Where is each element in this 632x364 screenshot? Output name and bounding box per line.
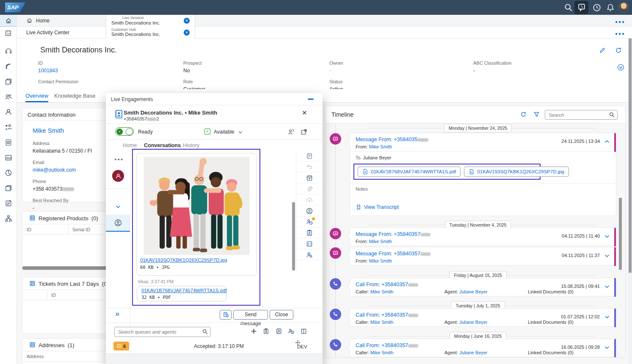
notifications-icon[interactable] <box>606 3 615 12</box>
person-link[interactable]: Mike Smith <box>369 144 392 149</box>
alert-badge[interactable]: 6 <box>113 342 129 350</box>
attachment-pdf-chip[interactable]: 01KAV1B768VJAF74574WRTTA1S.pdf <box>358 167 461 177</box>
dialog-tab-conversations[interactable]: Conversations <box>144 142 181 148</box>
timeline-search-input[interactable] <box>545 110 618 120</box>
tab-overview[interactable]: Overview <box>25 93 48 102</box>
notes-action[interactable] <box>296 151 323 161</box>
chevron-down-icon[interactable] <box>604 345 610 350</box>
refresh-icon[interactable] <box>615 47 622 54</box>
rail-feed-icon[interactable] <box>5 63 12 70</box>
person-search-action[interactable] <box>296 249 323 260</box>
calendar-add-action[interactable] <box>296 172 323 183</box>
pdf-attachment-link[interactable]: 01KAV1B768VJAF74574WRTTA1S.pdf <box>141 288 226 293</box>
entry-title-link[interactable]: Message From: +35840357 <box>356 251 431 257</box>
expand-header-icon[interactable] <box>617 64 624 71</box>
close-icon[interactable]: ✕ <box>184 30 190 36</box>
person-link[interactable]: Mike Smith <box>370 320 393 325</box>
person-link[interactable]: Mike Smith <box>369 258 392 263</box>
rail-pie-icon[interactable] <box>5 169 12 177</box>
person-link[interactable]: Mike Smith <box>370 289 393 294</box>
id-link[interactable]: 1001843 <box>38 68 58 74</box>
history-icon[interactable] <box>593 3 601 12</box>
tab-customer-hub[interactable]: Customer Hub Smith Decorations Inc. ✕ <box>106 27 195 38</box>
timeline-entry-call[interactable]: Call From: +35840357 Caller: Mike Smith … <box>350 278 616 296</box>
conversation-avatar[interactable] <box>112 170 124 182</box>
person-link[interactable]: Mike Smith <box>370 350 393 355</box>
timeline-entry-call[interactable]: Call From: +35840357 Caller: Mike Smith … <box>350 339 616 357</box>
chevron-down-icon[interactable] <box>604 284 610 290</box>
edit-icon[interactable] <box>599 47 606 54</box>
tab-live-session[interactable]: Live Session Smith Decorations Inc. ✕ <box>106 15 195 27</box>
chevron-down-icon[interactable] <box>115 204 121 210</box>
person-link[interactable]: Juliane Beyer <box>459 320 488 325</box>
timeline-entry-call[interactable]: Call From: +35840357 Caller: Mike Smith … <box>350 308 616 327</box>
person-link[interactable]: Juliane Beyer <box>459 289 488 294</box>
clipboard-person-action[interactable] <box>296 227 323 238</box>
chevron-up-icon[interactable] <box>604 139 610 145</box>
attach-action[interactable] <box>296 183 323 194</box>
add-icon[interactable] <box>250 328 257 335</box>
rail-target-doc-icon[interactable] <box>5 139 12 146</box>
person-link[interactable]: Juliane Beyer <box>459 350 488 355</box>
rail-form-icon[interactable] <box>5 200 12 207</box>
person-history-action[interactable] <box>296 216 323 227</box>
rail-org-icon[interactable] <box>5 215 12 222</box>
live-activity-button[interactable] <box>574 1 588 14</box>
rail-person-icon[interactable] <box>5 108 12 116</box>
timeline-scrollbar[interactable] <box>618 123 622 357</box>
person-clock-icon[interactable] <box>288 328 294 334</box>
refresh-icon[interactable] <box>520 111 527 118</box>
rail-copy-icon[interactable] <box>5 184 12 192</box>
entry-title-link[interactable]: Message From: +3584035 <box>356 137 428 142</box>
chevron-down-icon[interactable] <box>604 314 610 320</box>
agent-list-icon[interactable] <box>288 129 295 135</box>
timeline-entry-message[interactable]: Message From: +35840357 From: Mike Smith… <box>350 227 616 246</box>
avatar[interactable] <box>618 2 629 13</box>
image-attachment-link[interactable]: 01KAV193SQ7KBK1Q26XC29SP7D.jpg <box>140 257 227 263</box>
expand-strip-icon[interactable]: » <box>115 309 119 318</box>
search-icon[interactable] <box>202 329 208 334</box>
overflow-icon[interactable]: ●●● <box>114 157 124 161</box>
search-icon[interactable] <box>564 3 573 12</box>
overflow-icon[interactable]: ●●● <box>615 31 625 36</box>
person-link[interactable]: Mike Smith <box>369 239 392 244</box>
send-message-button[interactable]: Send message <box>233 310 268 320</box>
search-icon[interactable] <box>609 112 615 118</box>
rail-home[interactable] <box>0 15 17 27</box>
group-photo-attachment[interactable] <box>140 157 253 255</box>
checklist-action[interactable] <box>296 238 323 249</box>
entry-title-link[interactable]: Call From: +35840357 <box>356 282 418 287</box>
dialog-tab-history[interactable]: History <box>183 142 199 148</box>
chevron-down-icon[interactable] <box>238 130 243 135</box>
close-button[interactable]: Close <box>270 310 293 320</box>
filter-icon[interactable] <box>533 111 540 118</box>
rail-pages-icon[interactable] <box>5 78 12 85</box>
customer-profile-action[interactable] <box>296 205 323 216</box>
contact-email-link[interactable]: mike@outlook.com <box>33 167 76 173</box>
overflow-icon[interactable]: ●●● <box>615 19 625 24</box>
send-transcript-button[interactable] <box>220 310 232 320</box>
timeline-entry-message[interactable]: Message From: +35840357 From: Mike Smith… <box>350 247 616 265</box>
rail-calendar[interactable] <box>0 27 17 39</box>
entry-title-link[interactable]: Call From: +35840357 <box>356 342 418 348</box>
rail-team-icon[interactable] <box>5 93 12 101</box>
close-icon[interactable]: ✕ <box>184 18 190 24</box>
entry-title-link[interactable]: Message From: +35840357 <box>356 231 431 237</box>
customer-tab-selected[interactable] <box>106 215 130 232</box>
upload-action[interactable] <box>296 194 323 205</box>
close-icon[interactable]: ✕ <box>302 109 307 117</box>
nav-live-activity-center[interactable]: Live Activity Center <box>26 30 69 36</box>
view-transcript-link[interactable]: View Transcript <box>356 204 399 210</box>
ready-toggle[interactable]: ✓ <box>115 127 134 136</box>
rail-rated-person-icon[interactable] <box>5 123 12 131</box>
columns-icon[interactable] <box>301 328 307 334</box>
tab-knowledge-base[interactable]: Knowledge Base <box>54 93 96 99</box>
rail-chart-icon[interactable] <box>5 154 12 161</box>
contacts-book-icon[interactable] <box>276 328 282 334</box>
page-scrollbar[interactable] <box>628 38 632 364</box>
reply-action[interactable] <box>296 161 323 172</box>
attachment-image-chip[interactable]: 01KAV193SQ7KBK1Q26XC29SP7D.jpg <box>464 167 569 177</box>
minimize-icon[interactable] <box>308 99 314 100</box>
conversation-scrollbar[interactable] <box>292 202 295 271</box>
nav-home[interactable]: Home <box>26 17 50 24</box>
